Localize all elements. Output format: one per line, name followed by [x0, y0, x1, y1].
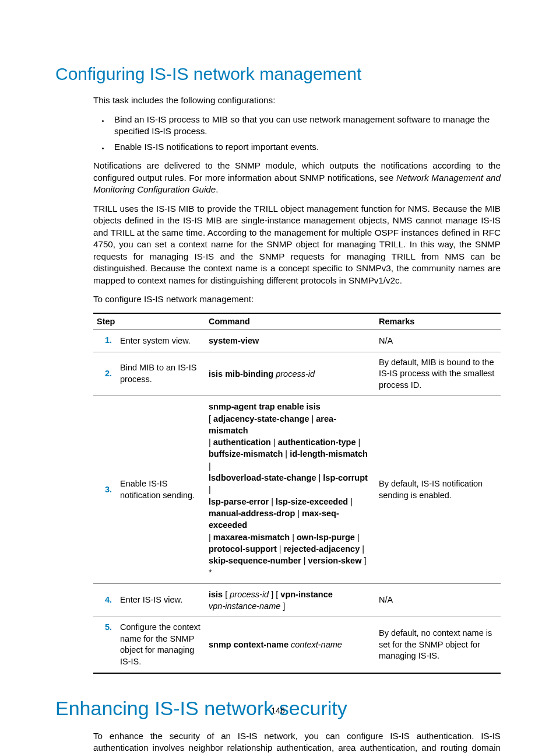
- step-desc: Bind MIB to an IS-IS process.: [117, 352, 205, 396]
- step-remarks: By default, no context name is set for t…: [375, 617, 501, 673]
- section-heading-config: Configuring IS-IS network management: [55, 64, 501, 84]
- col-remarks: Remarks: [375, 313, 501, 330]
- t: |: [209, 461, 211, 471]
- t: |: [316, 473, 323, 482]
- cmd-italic: process-id: [273, 369, 315, 379]
- t: authentication-type: [278, 438, 356, 447]
- intro-para: This task includes the following configu…: [93, 94, 501, 107]
- table-row: 3. Enable IS-IS notification sending. sn…: [93, 396, 501, 583]
- t: rejected-adjacency: [284, 544, 360, 554]
- t: own-lsp-purge: [297, 533, 355, 542]
- step-desc: Enable IS-IS notification sending.: [117, 396, 205, 583]
- t: lsdboverload-state-change: [209, 473, 316, 482]
- step-remarks: By default, MIB is bound to the IS-IS pr…: [375, 352, 501, 396]
- t: skip-sequence-number: [209, 556, 301, 565]
- t: |: [209, 438, 213, 447]
- trill-para: TRILL uses the IS-IS MIB to provide the …: [93, 203, 501, 287]
- security-para: To enhance the security of an IS-IS netw…: [93, 730, 501, 756]
- step-num: 3.: [93, 396, 117, 583]
- steps-table: Step Command Remarks 1. Enter system vie…: [93, 313, 501, 674]
- t: [: [209, 414, 213, 424]
- t: lsp-size-exceeded: [276, 497, 348, 506]
- t: manual-address-drop: [209, 509, 295, 518]
- t: maxarea-mismatch: [213, 533, 290, 542]
- t: |: [283, 449, 290, 459]
- t: authentication: [213, 438, 271, 447]
- step-desc: Enter IS-IS view.: [117, 583, 205, 617]
- section1-body: This task includes the following configu…: [93, 94, 501, 674]
- bullet-item: Enable IS-IS notifications to report imp…: [110, 141, 501, 153]
- t: |: [348, 497, 353, 506]
- notifications-para: Notifications are delivered to the SNMP …: [93, 160, 501, 196]
- t: buffsize-mismatch: [209, 449, 283, 459]
- t: [: [223, 590, 230, 599]
- t: adjacency-state-change: [213, 414, 309, 424]
- t: isis: [209, 590, 223, 599]
- step-num: 2.: [93, 352, 117, 396]
- t: |: [295, 509, 302, 518]
- table-header-row: Step Command Remarks: [93, 313, 501, 330]
- step-command: isis mib-binding process-id: [205, 352, 375, 396]
- cmd-italic: context-name: [288, 640, 342, 649]
- step-command: snmp context-name context-name: [205, 617, 375, 673]
- t: process-id: [230, 590, 269, 599]
- step-command: isis [ process-id ] [ vpn-instance vpn-i…: [205, 583, 375, 617]
- t: vpn-instance: [280, 590, 332, 599]
- step-command: system-view: [205, 330, 375, 352]
- step-remarks: By default, IS-IS notification sending i…: [375, 396, 501, 583]
- t: |: [290, 533, 297, 542]
- t: protocol-support: [209, 544, 277, 554]
- t: |: [356, 438, 360, 447]
- table-row: 2. Bind MIB to an IS-IS process. isis mi…: [93, 352, 501, 396]
- page-content: Configuring IS-IS network management Thi…: [0, 0, 556, 756]
- t: lsp-parse-error: [209, 497, 269, 506]
- table-row: 5. Configure the context name for the SN…: [93, 617, 501, 673]
- col-command: Command: [205, 313, 375, 330]
- t: version-skew: [308, 556, 362, 565]
- t: |: [360, 544, 364, 554]
- t: |: [277, 544, 284, 554]
- to-configure-para: To configure IS-IS network management:: [93, 293, 501, 306]
- t: |: [209, 533, 213, 542]
- step-remarks: N/A: [375, 330, 501, 352]
- t: |: [309, 414, 316, 424]
- t: vpn-instance-name: [209, 601, 280, 611]
- table-row: 1. Enter system view. system-view N/A: [93, 330, 501, 352]
- step-remarks: N/A: [375, 583, 501, 617]
- table-row: 4. Enter IS-IS view. isis [ process-id ]…: [93, 583, 501, 617]
- cmd-bold: snmp context-name: [209, 640, 288, 649]
- step-num: 5.: [93, 617, 117, 673]
- text: .: [216, 184, 218, 194]
- cmd-bold: snmp-agent trap enable isis: [209, 402, 321, 411]
- step-num: 4.: [93, 583, 117, 617]
- bullet-item: Bind an IS-IS process to MIB so that you…: [110, 114, 501, 138]
- t: lsp-corrupt: [323, 473, 368, 482]
- t: |: [269, 497, 276, 506]
- t: |: [271, 438, 278, 447]
- t: |: [301, 556, 308, 565]
- t: |: [209, 485, 211, 494]
- col-step: Step: [93, 313, 205, 330]
- bullet-list: Bind an IS-IS process to MIB so that you…: [93, 114, 501, 153]
- t: ] [: [269, 590, 280, 599]
- cmd-bold: system-view: [209, 336, 259, 345]
- page-number: 146: [0, 706, 556, 715]
- t: |: [355, 533, 360, 542]
- t: ]: [280, 601, 285, 611]
- step-command: snmp-agent trap enable isis [ adjacency-…: [205, 396, 375, 583]
- step-desc: Configure the context name for the SNMP …: [117, 617, 205, 673]
- step-num: 1.: [93, 330, 117, 352]
- step-desc: Enter system view.: [117, 330, 205, 352]
- section2-body: To enhance the security of an IS-IS netw…: [93, 730, 501, 756]
- cmd-bold: isis mib-binding: [209, 369, 273, 379]
- t: id-length-mismatch: [290, 449, 368, 459]
